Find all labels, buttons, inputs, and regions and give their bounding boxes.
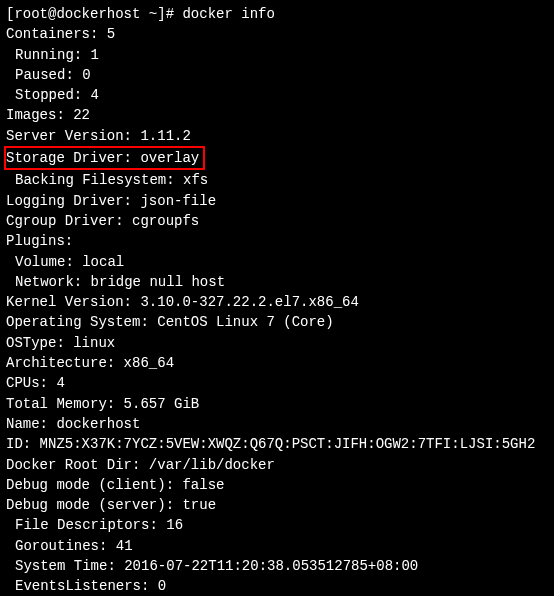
containers-line: Containers: 5 xyxy=(6,24,548,44)
memory-line: Total Memory: 5.657 GiB xyxy=(6,394,548,414)
images-line: Images: 22 xyxy=(6,105,548,125)
volume-line: Volume: local xyxy=(6,252,548,272)
os-line: Operating System: CentOS Linux 7 (Core) xyxy=(6,312,548,332)
storage-driver-line: Storage Driver: overlay xyxy=(6,146,548,170)
root-dir-line: Docker Root Dir: /var/lib/docker xyxy=(6,455,548,475)
running-line: Running: 1 xyxy=(6,45,548,65)
kernel-line: Kernel Version: 3.10.0-327.22.2.el7.x86_… xyxy=(6,292,548,312)
server-version-line: Server Version: 1.11.2 xyxy=(6,126,548,146)
events-line: EventsListeners: 0 xyxy=(6,576,548,596)
goroutines-line: Goroutines: 41 xyxy=(6,536,548,556)
arch-line: Architecture: x86_64 xyxy=(6,353,548,373)
storage-driver-highlight: Storage Driver: overlay xyxy=(4,146,205,170)
debug-client-line: Debug mode (client): false xyxy=(6,475,548,495)
network-line: Network: bridge null host xyxy=(6,272,548,292)
cgroup-driver-line: Cgroup Driver: cgroupfs xyxy=(6,211,548,231)
backing-fs-line: Backing Filesystem: xfs xyxy=(6,170,548,190)
system-time-line: System Time: 2016-07-22T11:20:38.0535127… xyxy=(6,556,548,576)
logging-driver-line: Logging Driver: json-file xyxy=(6,191,548,211)
plugins-line: Plugins: xyxy=(6,231,548,251)
prompt-line: [root@dockerhost ~]# docker info xyxy=(6,4,548,24)
ostype-line: OSType: linux xyxy=(6,333,548,353)
name-line: Name: dockerhost xyxy=(6,414,548,434)
cpus-line: CPUs: 4 xyxy=(6,373,548,393)
debug-server-line: Debug mode (server): true xyxy=(6,495,548,515)
paused-line: Paused: 0 xyxy=(6,65,548,85)
terminal-output: [root@dockerhost ~]# docker info Contain… xyxy=(6,4,548,596)
file-desc-line: File Descriptors: 16 xyxy=(6,515,548,535)
stopped-line: Stopped: 4 xyxy=(6,85,548,105)
id-line: ID: MNZ5:X37K:7YCZ:5VEW:XWQZ:Q67Q:PSCT:J… xyxy=(6,434,548,454)
